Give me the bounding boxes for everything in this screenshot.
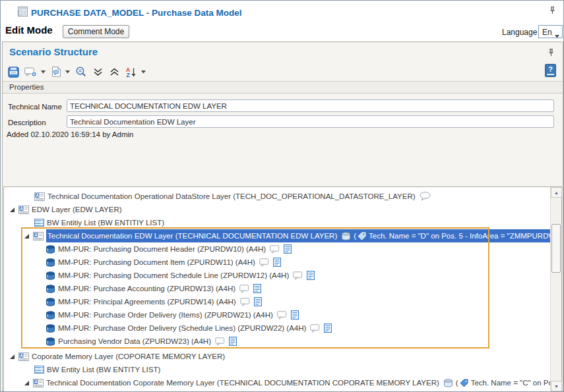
- tree-row-annotation-open: (: [456, 379, 458, 387]
- document-lines-icon[interactable]: [254, 297, 262, 306]
- adso-cylinder-icon: [46, 324, 55, 333]
- tree-row-label: Purchasing Vendor Data (ZPURDW23) (A4H): [58, 337, 211, 345]
- adso-cylinder-icon: [46, 311, 55, 320]
- panel-title: Scenario Structure: [9, 46, 98, 57]
- tree-row[interactable]: ATechnical Documentation EDW Layer (TECH…: [4, 229, 550, 242]
- tree-row-label: EDW Layer (EDW LAYER): [32, 206, 122, 213]
- comment-bubble-icon[interactable]: [240, 298, 250, 306]
- layer-document-icon: A: [34, 192, 45, 201]
- document-lines-icon[interactable]: [291, 310, 299, 320]
- document-lines-icon[interactable]: [284, 244, 292, 254]
- adso-cylinder-icon: [46, 285, 55, 293]
- find-icon[interactable]: [75, 66, 87, 78]
- document-lines-icon[interactable]: [324, 323, 332, 333]
- add-comment-icon[interactable]: [24, 67, 37, 77]
- tree-row-annotation: Tech. Name = "C" on Pos. 5 - InfoArea: [471, 379, 550, 387]
- pin-icon[interactable]: [549, 5, 556, 17]
- language-label: Language: [502, 28, 537, 37]
- layer-document-icon: A: [33, 232, 44, 240]
- tag-icon: [358, 232, 366, 240]
- comment-bubble-icon[interactable]: [270, 245, 280, 254]
- tree-row-annotation: Tech. Name = "D" on Pos. 5 - InfoArea = …: [369, 232, 550, 240]
- comment-bubble-icon[interactable]: [215, 337, 225, 346]
- expand-all-icon[interactable]: [92, 67, 104, 77]
- tree-row-label: MM-PUR: Purchase Accounting (ZPURDW13) (…: [58, 285, 235, 293]
- help-icon[interactable]: ?: [545, 64, 556, 77]
- edit-mode-label: Edit Mode: [5, 24, 53, 36]
- tree-row[interactable]: ATechnical Documentation Coporate Memory…: [4, 376, 550, 389]
- layer-document-icon: A: [33, 379, 44, 387]
- comment-oval-icon[interactable]: [420, 192, 431, 201]
- adso-cylinder-icon: [46, 271, 55, 280]
- adso-cylinder-icon: [46, 258, 55, 267]
- document-lines-icon[interactable]: [253, 284, 261, 293]
- tab-properties[interactable]: Properties: [3, 81, 563, 94]
- svg-text:A: A: [34, 233, 38, 237]
- tree-row[interactable]: MM-PUR: Purchasing Document Header (ZPUR…: [4, 242, 550, 256]
- comment-bubble-icon[interactable]: [277, 311, 287, 320]
- svg-text:A: A: [20, 206, 23, 211]
- scenario-structure-panel: Scenario Structure AZ ? Properties Techn…: [2, 42, 563, 391]
- layer-cylinder-icon: [443, 379, 453, 387]
- layer-document-icon: A: [18, 352, 29, 361]
- tree-expander-icon[interactable]: [24, 380, 33, 386]
- tree-row[interactable]: MM-PUR: Purchase Order Delivery (Schedul…: [4, 322, 550, 335]
- tree-row[interactable]: MM-PUR: Purchasing Document Schedule Lin…: [4, 269, 550, 282]
- description-input[interactable]: [67, 115, 554, 128]
- tree-row-label: BW Entitiy List (BW ENTITIY LIST): [47, 219, 164, 227]
- tree-row-label: Coporate Memory Layer (COPORATE MEMORY L…: [32, 352, 225, 360]
- document-lines-icon[interactable]: [307, 271, 315, 280]
- comment-bubble-icon[interactable]: [259, 258, 269, 267]
- scroll-down-button[interactable]: ▼: [551, 381, 562, 391]
- pin-icon[interactable]: [548, 47, 555, 59]
- adso-cylinder-icon: [46, 298, 55, 306]
- scroll-up-button[interactable]: ▲: [551, 187, 562, 198]
- tree-row-label: MM-PUR: Purchasing Document Schedule Lin…: [58, 271, 289, 279]
- selected-row-highlight: Technical Documentation EDW Layer (TECHN…: [46, 229, 550, 242]
- collapse-all-icon[interactable]: [109, 67, 120, 77]
- chevron-down-icon[interactable]: [41, 70, 46, 74]
- tree-row[interactable]: MM-PUR: Principal Agreements (ZPURDW14) …: [4, 295, 550, 308]
- tree-row[interactable]: CM MM-PUR: Purchase Data Header (ZLCM_PD…: [4, 389, 550, 391]
- comment-bubble-icon[interactable]: [239, 285, 249, 293]
- tree-expander-icon[interactable]: [9, 354, 18, 360]
- tree-row[interactable]: ACoporate Memory Layer (COPORATE MEMORY …: [4, 350, 550, 363]
- added-info: Added 02.10.2020 16:59:14 by Admin: [7, 130, 133, 138]
- technical-name-input[interactable]: [67, 99, 554, 112]
- tree-row-label: MM-PUR: Purchase Order Delivery (Items) …: [58, 311, 273, 319]
- tree-row[interactable]: MM-PUR: Purchasing Document Item (ZPURDW…: [4, 256, 550, 269]
- copy-with-comment-icon[interactable]: [51, 67, 61, 77]
- comment-bubble-icon[interactable]: [293, 271, 303, 280]
- tree-expander-icon[interactable]: [24, 233, 33, 239]
- tree-row[interactable]: AEDW Layer (EDW LAYER): [4, 203, 550, 216]
- document-lines-icon[interactable]: [229, 337, 237, 346]
- scrollbar-thumb[interactable]: [551, 224, 561, 273]
- tree-row-label: BW Entity List (BW ENTITY LIST): [47, 366, 160, 374]
- tag-icon: [460, 379, 468, 387]
- tree-row[interactable]: Purchasing Vendor Data (ZPURDW23) (A4H): [4, 335, 550, 348]
- sort-az-icon[interactable]: AZ: [125, 67, 137, 78]
- language-select[interactable]: En: [538, 25, 563, 38]
- tree-row[interactable]: BW Entity List (BW ENTITY LIST): [4, 363, 550, 376]
- description-label: Description: [8, 119, 46, 126]
- tree-viewport: ATechnical Documentation Operational Dat…: [4, 187, 550, 391]
- tree-row-label: MM-PUR: Purchase Order Delivery (Schedul…: [58, 324, 306, 332]
- comment-bubble-icon[interactable]: [310, 324, 320, 333]
- chevron-down-icon[interactable]: [141, 70, 146, 74]
- scroll-down-arrow-icon: ▼: [554, 384, 559, 389]
- tree-row[interactable]: BW Entitiy List (BW ENTITIY LIST): [4, 216, 550, 229]
- tree-row-label: MM-PUR: Purchasing Document Item (ZPURDW…: [58, 258, 255, 266]
- tree-expander-icon[interactable]: [9, 207, 18, 213]
- tree-row[interactable]: ATechnical Documentation Operational Dat…: [4, 190, 550, 203]
- save-icon[interactable]: [8, 67, 19, 78]
- chevron-down-icon[interactable]: [65, 70, 70, 74]
- document-lines-icon[interactable]: [273, 258, 281, 267]
- tree-row[interactable]: MM-PUR: Purchase Accounting (ZPURDW13) (…: [4, 282, 550, 295]
- chevron-down-icon: [555, 31, 559, 40]
- tree-row[interactable]: MM-PUR: Purchase Order Delivery (Items) …: [4, 308, 550, 322]
- comment-mode-button[interactable]: Comment Mode: [63, 25, 129, 38]
- help-book-line: [547, 74, 554, 75]
- tree-row-label: Technical Documentation EDW Layer (TECHN…: [47, 232, 337, 240]
- help-glyph: ?: [548, 65, 553, 73]
- vertical-scrollbar[interactable]: ▲ ▼: [550, 187, 561, 391]
